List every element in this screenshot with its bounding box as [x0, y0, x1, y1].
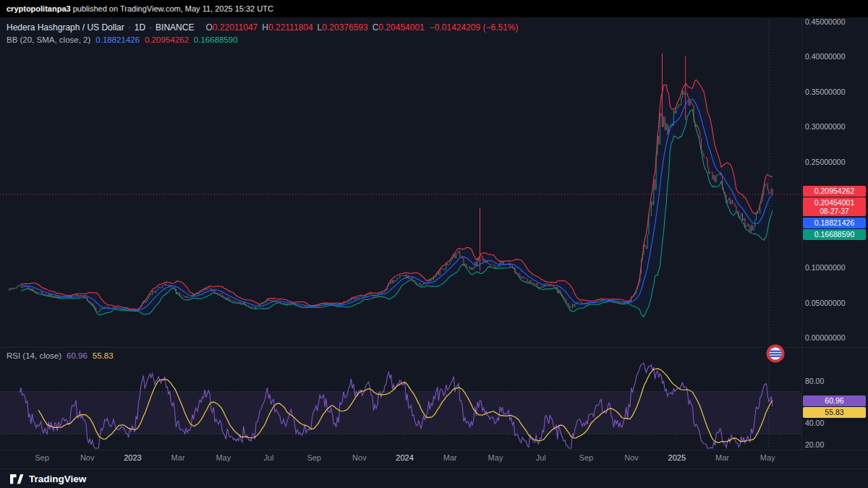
- time-label-year: 2025: [661, 453, 693, 462]
- time-label-month: Nov: [344, 453, 375, 462]
- change-value: −0.01424209 (−6.51%): [430, 22, 519, 33]
- price-tick: 0.45000000: [805, 17, 845, 27]
- chart-canvas[interactable]: [0, 17, 868, 488]
- ohlc-key: H: [262, 22, 268, 33]
- footer-brand[interactable]: TradingView: [29, 474, 86, 484]
- ohlc-value: 0.22011047: [213, 22, 258, 33]
- rsi-indicator-label[interactable]: RSI (14, close): [7, 351, 61, 360]
- time-label-month: May: [752, 453, 783, 462]
- ohlc-value: 0.20376593: [322, 22, 367, 33]
- price-tick: 0.25000000: [805, 158, 845, 167]
- bb-upper-value: 0.20954262: [145, 35, 189, 44]
- ohlc-key: O: [205, 22, 212, 33]
- exchange: BINANCE: [156, 22, 194, 33]
- ohlc-values: O0.22011047H0.22111804L0.20376593C0.2045…: [201, 22, 424, 33]
- price-label: 0.2045400108-27-37: [803, 197, 866, 216]
- ohlc-key: C: [373, 22, 379, 33]
- bb-indicator-label[interactable]: BB (20, SMA, close, 2): [7, 35, 90, 44]
- price-tick: 0.00000000: [805, 333, 845, 343]
- symbol-legend: Hedera Hashgraph / US Dollar · 1D · BINA…: [7, 22, 519, 44]
- rsi-label: 55.83: [803, 407, 866, 418]
- rsi-tick: 40.00: [805, 419, 824, 428]
- bb-fill: [21, 80, 773, 317]
- rsi-legend: RSI (14, close) 60.96 55.83: [7, 351, 114, 360]
- time-label-month: Sep: [298, 453, 330, 462]
- time-label-year: 2023: [116, 453, 148, 462]
- rsi-tick: 20.00: [805, 440, 824, 450]
- time-label-month: May: [208, 453, 239, 462]
- publish-bar: cryptopolitanpa3 published on TradingVie…: [0, 0, 868, 17]
- ohlc-value: 0.20454001: [378, 22, 424, 33]
- price-label: 0.18821426: [803, 218, 866, 228]
- time-label-month: May: [480, 453, 511, 462]
- ohlc-key: L: [318, 22, 323, 33]
- publisher-name: cryptopolitanpa3: [7, 4, 71, 13]
- tradingview-logo-icon[interactable]: [9, 471, 24, 487]
- time-label-month: Jul: [525, 453, 557, 462]
- ohlc-value: 0.22111804: [268, 22, 313, 33]
- rsi-value: 60.96: [67, 351, 88, 360]
- timeframe[interactable]: 1D: [135, 22, 145, 33]
- time-label-month: Sep: [26, 453, 58, 462]
- symbol-title[interactable]: Hedera Hashgraph / US Dollar: [7, 22, 124, 33]
- time-label-month: Nov: [616, 453, 647, 462]
- price-tick: 0.10000000: [805, 263, 845, 273]
- time-label-month: Mar: [707, 453, 739, 462]
- time-label-month: Nov: [72, 453, 103, 462]
- publish-info: published on TradingView.com, May 11, 20…: [71, 4, 273, 13]
- price-tick: 0.35000000: [805, 87, 845, 97]
- time-label-year: 2024: [389, 453, 421, 462]
- rsi-ma-value: 55.83: [93, 351, 114, 360]
- rsi-label: 60.96: [803, 395, 866, 406]
- publisher-avatar-icon: [766, 344, 785, 363]
- price-tick: 0.05000000: [805, 299, 845, 308]
- time-label-month: Mar: [434, 453, 466, 462]
- separator: ·: [128, 22, 131, 33]
- price-label: 0.16688590: [803, 229, 866, 240]
- time-label-month: Sep: [570, 453, 602, 462]
- price-tick: 0.40000000: [805, 52, 845, 61]
- price-tick: 0.30000000: [805, 122, 845, 132]
- price-label: 0.20954262: [803, 186, 866, 197]
- publisher-avatar[interactable]: [766, 344, 785, 363]
- bb-basis-value: 0.18821426: [95, 35, 140, 44]
- separator: ·: [149, 22, 152, 33]
- footer: TradingView: [0, 468, 868, 488]
- bb-lower-value: 0.16688590: [194, 35, 238, 44]
- rsi-tick: 80.00: [805, 377, 824, 386]
- time-label-month: Mar: [162, 453, 194, 462]
- time-label-month: Jul: [253, 453, 285, 462]
- bar-countdown: 08-27-37: [803, 207, 866, 215]
